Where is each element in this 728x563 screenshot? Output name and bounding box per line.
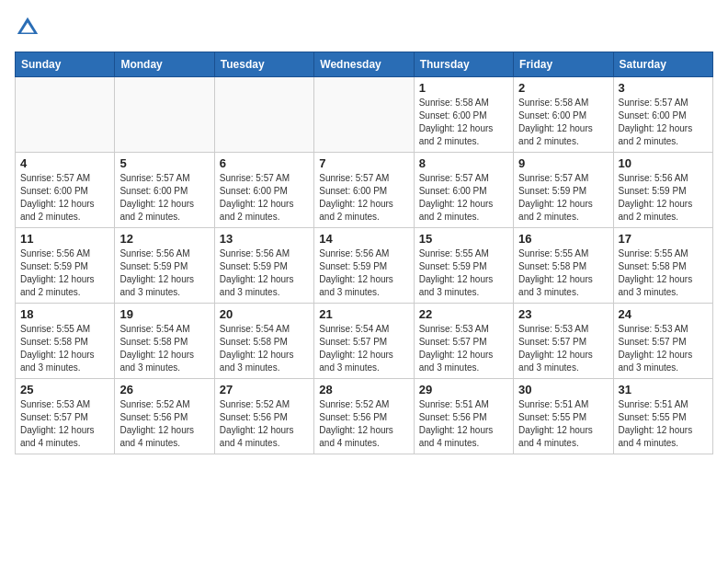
calendar-cell: 24Sunrise: 5:53 AM Sunset: 5:57 PM Dayli… bbox=[613, 304, 712, 379]
day-info: Sunrise: 5:56 AM Sunset: 5:59 PM Dayligh… bbox=[119, 247, 209, 299]
day-info: Sunrise: 5:54 AM Sunset: 5:57 PM Dayligh… bbox=[319, 323, 408, 374]
day-info: Sunrise: 5:52 AM Sunset: 5:56 PM Dayligh… bbox=[220, 398, 309, 450]
day-number: 5 bbox=[119, 156, 209, 170]
calendar-cell: 8Sunrise: 5:57 AM Sunset: 6:00 PM Daylig… bbox=[414, 153, 513, 228]
day-info: Sunrise: 5:57 AM Sunset: 6:00 PM Dayligh… bbox=[220, 172, 309, 224]
logo bbox=[15, 15, 44, 40]
calendar-cell: 28Sunrise: 5:52 AM Sunset: 5:56 PM Dayli… bbox=[314, 379, 414, 454]
day-info: Sunrise: 5:57 AM Sunset: 6:00 PM Dayligh… bbox=[319, 172, 408, 224]
day-number: 4 bbox=[20, 156, 109, 170]
calendar-cell bbox=[115, 77, 214, 153]
day-number: 27 bbox=[220, 383, 309, 396]
day-info: Sunrise: 5:52 AM Sunset: 5:56 PM Dayligh… bbox=[119, 398, 209, 450]
day-number: 20 bbox=[220, 307, 309, 321]
day-number: 19 bbox=[119, 307, 209, 321]
calendar-cell: 21Sunrise: 5:54 AM Sunset: 5:57 PM Dayli… bbox=[314, 304, 414, 379]
logo-icon bbox=[15, 15, 40, 40]
day-number: 23 bbox=[518, 307, 608, 321]
calendar-cell: 20Sunrise: 5:54 AM Sunset: 5:58 PM Dayli… bbox=[214, 304, 313, 379]
day-number: 11 bbox=[20, 232, 109, 246]
day-number: 2 bbox=[518, 81, 608, 95]
day-info: Sunrise: 5:53 AM Sunset: 5:57 PM Dayligh… bbox=[20, 398, 109, 450]
calendar-week-row: 4Sunrise: 5:57 AM Sunset: 6:00 PM Daylig… bbox=[16, 153, 713, 228]
day-info: Sunrise: 5:55 AM Sunset: 5:59 PM Dayligh… bbox=[419, 247, 508, 299]
day-number: 7 bbox=[319, 156, 408, 170]
calendar-cell: 22Sunrise: 5:53 AM Sunset: 5:57 PM Dayli… bbox=[414, 304, 513, 379]
day-number: 15 bbox=[419, 232, 508, 246]
day-of-week-header: Thursday bbox=[414, 52, 513, 77]
calendar-cell: 23Sunrise: 5:53 AM Sunset: 5:57 PM Dayli… bbox=[514, 304, 613, 379]
calendar-table: SundayMondayTuesdayWednesdayThursdayFrid… bbox=[15, 52, 713, 454]
day-info: Sunrise: 5:56 AM Sunset: 5:59 PM Dayligh… bbox=[20, 247, 109, 299]
calendar-cell: 1Sunrise: 5:58 AM Sunset: 6:00 PM Daylig… bbox=[414, 77, 513, 153]
calendar-cell: 15Sunrise: 5:55 AM Sunset: 5:59 PM Dayli… bbox=[414, 228, 513, 304]
calendar-cell: 6Sunrise: 5:57 AM Sunset: 6:00 PM Daylig… bbox=[214, 153, 313, 228]
day-number: 9 bbox=[518, 156, 608, 170]
calendar-header-row: SundayMondayTuesdayWednesdayThursdayFrid… bbox=[16, 52, 713, 77]
day-info: Sunrise: 5:56 AM Sunset: 5:59 PM Dayligh… bbox=[220, 247, 309, 299]
calendar-cell: 29Sunrise: 5:51 AM Sunset: 5:56 PM Dayli… bbox=[414, 379, 513, 454]
day-number: 10 bbox=[619, 156, 708, 170]
day-number: 1 bbox=[419, 81, 508, 95]
day-info: Sunrise: 5:51 AM Sunset: 5:55 PM Dayligh… bbox=[518, 398, 608, 450]
day-info: Sunrise: 5:57 AM Sunset: 6:00 PM Dayligh… bbox=[419, 172, 508, 224]
day-of-week-header: Tuesday bbox=[214, 52, 313, 77]
calendar-cell: 17Sunrise: 5:55 AM Sunset: 5:58 PM Dayli… bbox=[613, 228, 712, 304]
day-info: Sunrise: 5:57 AM Sunset: 5:59 PM Dayligh… bbox=[518, 172, 608, 224]
day-info: Sunrise: 5:55 AM Sunset: 5:58 PM Dayligh… bbox=[20, 323, 109, 374]
calendar-week-row: 11Sunrise: 5:56 AM Sunset: 5:59 PM Dayli… bbox=[16, 228, 713, 304]
day-info: Sunrise: 5:52 AM Sunset: 5:56 PM Dayligh… bbox=[319, 398, 408, 450]
day-number: 13 bbox=[220, 232, 309, 246]
day-number: 30 bbox=[518, 383, 608, 396]
calendar-cell: 25Sunrise: 5:53 AM Sunset: 5:57 PM Dayli… bbox=[16, 379, 115, 454]
day-number: 29 bbox=[419, 383, 508, 396]
calendar-week-row: 18Sunrise: 5:55 AM Sunset: 5:58 PM Dayli… bbox=[16, 304, 713, 379]
calendar-cell: 30Sunrise: 5:51 AM Sunset: 5:55 PM Dayli… bbox=[514, 379, 613, 454]
calendar-cell: 2Sunrise: 5:58 AM Sunset: 6:00 PM Daylig… bbox=[514, 77, 613, 153]
day-number: 28 bbox=[319, 383, 408, 396]
day-number: 22 bbox=[419, 307, 508, 321]
day-info: Sunrise: 5:57 AM Sunset: 6:00 PM Dayligh… bbox=[619, 97, 708, 148]
calendar-cell bbox=[16, 77, 115, 153]
calendar-cell: 18Sunrise: 5:55 AM Sunset: 5:58 PM Dayli… bbox=[16, 304, 115, 379]
calendar-week-row: 1Sunrise: 5:58 AM Sunset: 6:00 PM Daylig… bbox=[16, 77, 713, 153]
day-number: 24 bbox=[619, 307, 708, 321]
calendar-cell: 16Sunrise: 5:55 AM Sunset: 5:58 PM Dayli… bbox=[514, 228, 613, 304]
calendar-cell: 7Sunrise: 5:57 AM Sunset: 6:00 PM Daylig… bbox=[314, 153, 414, 228]
day-info: Sunrise: 5:56 AM Sunset: 5:59 PM Dayligh… bbox=[319, 247, 408, 299]
day-number: 12 bbox=[119, 232, 209, 246]
day-of-week-header: Sunday bbox=[16, 52, 115, 77]
day-info: Sunrise: 5:54 AM Sunset: 5:58 PM Dayligh… bbox=[220, 323, 309, 374]
day-info: Sunrise: 5:53 AM Sunset: 5:57 PM Dayligh… bbox=[518, 323, 608, 374]
day-number: 16 bbox=[518, 232, 608, 246]
calendar-cell: 4Sunrise: 5:57 AM Sunset: 6:00 PM Daylig… bbox=[16, 153, 115, 228]
day-of-week-header: Friday bbox=[514, 52, 613, 77]
day-info: Sunrise: 5:58 AM Sunset: 6:00 PM Dayligh… bbox=[518, 97, 608, 148]
day-of-week-header: Monday bbox=[115, 52, 214, 77]
day-number: 18 bbox=[20, 307, 109, 321]
day-number: 31 bbox=[619, 383, 708, 396]
day-number: 3 bbox=[619, 81, 708, 95]
calendar-cell bbox=[214, 77, 313, 153]
calendar-week-row: 25Sunrise: 5:53 AM Sunset: 5:57 PM Dayli… bbox=[16, 379, 713, 454]
day-info: Sunrise: 5:57 AM Sunset: 6:00 PM Dayligh… bbox=[119, 172, 209, 224]
calendar-cell: 14Sunrise: 5:56 AM Sunset: 5:59 PM Dayli… bbox=[314, 228, 414, 304]
calendar-cell: 5Sunrise: 5:57 AM Sunset: 6:00 PM Daylig… bbox=[115, 153, 214, 228]
day-number: 21 bbox=[319, 307, 408, 321]
calendar-cell: 26Sunrise: 5:52 AM Sunset: 5:56 PM Dayli… bbox=[115, 379, 214, 454]
calendar-cell: 13Sunrise: 5:56 AM Sunset: 5:59 PM Dayli… bbox=[214, 228, 313, 304]
day-number: 8 bbox=[419, 156, 508, 170]
day-of-week-header: Wednesday bbox=[314, 52, 414, 77]
calendar-cell: 27Sunrise: 5:52 AM Sunset: 5:56 PM Dayli… bbox=[214, 379, 313, 454]
day-info: Sunrise: 5:58 AM Sunset: 6:00 PM Dayligh… bbox=[419, 97, 508, 148]
calendar-cell: 9Sunrise: 5:57 AM Sunset: 5:59 PM Daylig… bbox=[514, 153, 613, 228]
day-number: 26 bbox=[119, 383, 209, 396]
day-info: Sunrise: 5:53 AM Sunset: 5:57 PM Dayligh… bbox=[619, 323, 708, 374]
calendar-cell: 3Sunrise: 5:57 AM Sunset: 6:00 PM Daylig… bbox=[613, 77, 712, 153]
calendar-cell: 31Sunrise: 5:51 AM Sunset: 5:55 PM Dayli… bbox=[613, 379, 712, 454]
day-info: Sunrise: 5:51 AM Sunset: 5:55 PM Dayligh… bbox=[619, 398, 708, 450]
day-info: Sunrise: 5:55 AM Sunset: 5:58 PM Dayligh… bbox=[518, 247, 608, 299]
day-info: Sunrise: 5:51 AM Sunset: 5:56 PM Dayligh… bbox=[419, 398, 508, 450]
day-info: Sunrise: 5:53 AM Sunset: 5:57 PM Dayligh… bbox=[419, 323, 508, 374]
calendar-cell: 12Sunrise: 5:56 AM Sunset: 5:59 PM Dayli… bbox=[115, 228, 214, 304]
